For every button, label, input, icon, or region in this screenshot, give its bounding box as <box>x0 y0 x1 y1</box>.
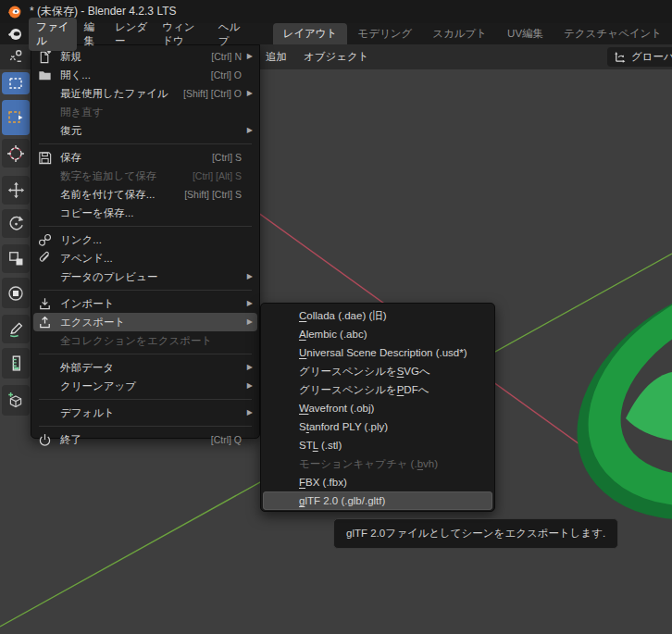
menu-item-label: 保存 <box>60 151 81 165</box>
export-item-Universal Scene Description (.usd*)[interactable]: Universal Scene Description (.usd*) <box>263 343 492 362</box>
icon-spacer <box>37 205 53 221</box>
menu-separator <box>39 354 252 354</box>
file-menu-item-クリーンアップ[interactable]: クリーンアップ▶ <box>33 377 257 395</box>
viewport-menu-追加[interactable]: 追加 <box>266 50 287 64</box>
menu-ファイル[interactable]: ファイル <box>29 18 77 51</box>
tool-move-button[interactable] <box>2 176 30 205</box>
menu-item-label: クリーンアップ <box>60 379 136 393</box>
export-item-Wavefront (.obj)[interactable]: Wavefront (.obj) <box>263 399 492 417</box>
file-menu-item-数字を追加して保存: 数字を追加して保存[Ctrl] [Alt] S <box>33 167 257 185</box>
menu-separator <box>39 226 252 227</box>
export-submenu: Collada (.dae) (旧)Alembic (.abc)Universa… <box>260 303 495 512</box>
icon-spacer <box>37 123 53 139</box>
icon-spacer <box>37 187 53 203</box>
scale-icon <box>7 250 25 267</box>
dashed-box-cursor-icon <box>6 108 25 127</box>
tool-add-cube-button[interactable] <box>2 385 30 416</box>
add-cube-icon <box>6 392 25 410</box>
transform-orientation-dropdown[interactable]: グローバル <box>607 47 672 67</box>
menu-item-label: glTF 2.0 (.glb/.gltf) <box>299 495 385 506</box>
tool-transform-button[interactable] <box>2 278 30 308</box>
top-menu-bar: ファイル編集レンダーウィンドウヘルプ レイアウトモデリングスカルプトUV編集テク… <box>0 23 672 44</box>
submenu-arrow-icon: ▶ <box>242 84 253 103</box>
file-menu-item-リンク...[interactable]: リンク... <box>33 230 257 249</box>
file-menu-item-エクスポート[interactable]: エクスポート▶ <box>33 313 257 331</box>
export-item-グリースペンシルをPDFへ[interactable]: グリースペンシルをPDFへ <box>263 380 492 399</box>
menu-item-label: 開く... <box>60 68 91 82</box>
file-menu-item-インポート[interactable]: インポート▶ <box>33 294 257 313</box>
submenu-arrow-icon: ▶ <box>242 358 253 377</box>
file-menu-item-保存[interactable]: 保存[Ctrl] S <box>33 148 257 167</box>
file-menu-item-コピーを保存...[interactable]: コピーを保存... <box>33 204 257 222</box>
menu-レンダー[interactable]: レンダー <box>107 18 155 51</box>
file-menu-item-開く...[interactable]: 開く...[Ctrl] O <box>33 66 257 84</box>
icon-spacer <box>37 269 53 285</box>
tool-select-box-button[interactable] <box>2 72 30 94</box>
power-icon <box>37 432 53 448</box>
export-item-Alembic (.abc)[interactable]: Alembic (.abc) <box>263 325 492 343</box>
export-item-Stanford PLY (.ply)[interactable]: Stanford PLY (.ply) <box>263 417 492 436</box>
dashed-box-icon <box>7 75 24 92</box>
shortcut-label: [Ctrl] O <box>211 69 242 81</box>
menu-ウィンドウ[interactable]: ウィンドウ <box>155 18 210 51</box>
tooltip-text: glTF 2.0ファイルとしてシーンをエクスポートします. <box>346 528 605 539</box>
workspace-tab-テクスチャペイント[interactable]: テクスチャペイント <box>554 23 672 44</box>
menu-ヘルプ[interactable]: ヘルプ <box>211 18 251 51</box>
menu-separator <box>39 290 252 291</box>
file-menu-item-終了[interactable]: 終了[Ctrl] Q <box>33 430 257 449</box>
export-item-glTF 2.0 (.glb/.gltf)[interactable]: glTF 2.0 (.glb/.gltf) <box>263 491 492 510</box>
menu-item-label: Collada (.dae) (旧) <box>299 309 387 323</box>
link-icon <box>37 232 53 248</box>
export-item-モーションキャプチャ (.bvh): モーションキャプチャ (.bvh) <box>263 454 492 473</box>
menu-item-label: 最近使用したファイル <box>60 87 168 101</box>
menu-item-label: 数字を追加して保存 <box>60 169 156 183</box>
transform-orientation-icon <box>613 50 627 64</box>
blender-window: { "title_bar": { "title": "* (未保存) - Ble… <box>0 0 672 634</box>
menu-item-label: Wavefront (.obj) <box>299 403 374 414</box>
workspace-tab-モデリング[interactable]: モデリング <box>347 23 422 44</box>
viewport-header-menus: 追加オブジェクト <box>266 50 369 64</box>
submenu-arrow-icon: ▶ <box>242 377 253 395</box>
export-item-Collada (.dae) (旧)[interactable]: Collada (.dae) (旧) <box>263 306 492 325</box>
workspace-tab-レイアウト[interactable]: レイアウト <box>273 23 348 44</box>
transform-orientation-label: グローバル <box>631 50 672 64</box>
export-item-グリースペンシルをSVGへ[interactable]: グリースペンシルをSVGへ <box>263 362 492 380</box>
export-item-STL (.stl)[interactable]: STL (.stl) <box>263 436 492 454</box>
icon-spacer <box>37 86 53 102</box>
workspace-tab-UV編集[interactable]: UV編集 <box>497 23 554 44</box>
tool-rotate-button[interactable] <box>2 209 30 238</box>
file-menu-item-データのプレビュー[interactable]: データのプレビュー▶ <box>33 267 257 286</box>
viewport-menu-オブジェクト[interactable]: オブジェクト <box>304 50 369 64</box>
workspace-tab-スカルプト[interactable]: スカルプト <box>422 23 497 44</box>
file-menu-item-全コレクションをエクスポート: 全コレクションをエクスポート <box>33 331 257 350</box>
file-menu-item-デフォルト[interactable]: デフォルト▶ <box>33 404 257 422</box>
tool-cursor-3d-button[interactable] <box>2 139 30 168</box>
submenu-arrow-icon: ▶ <box>242 121 253 140</box>
menu-item-label: グリースペンシルをSVGへ <box>299 365 430 379</box>
file-menu-item-復元[interactable]: 復元▶ <box>33 121 257 140</box>
blender-logo-icon <box>7 5 22 19</box>
menu-item-label: 新規 <box>60 50 81 64</box>
file-new-icon <box>37 49 53 65</box>
tool-measure-button[interactable] <box>2 348 30 379</box>
blender-logo-mono-icon <box>7 26 23 42</box>
menu-編集[interactable]: 編集 <box>77 18 107 51</box>
file-menu-item-外部データ[interactable]: 外部データ▶ <box>33 358 257 377</box>
folder-open-icon <box>37 68 53 83</box>
file-menu-item-名前を付けて保存...[interactable]: 名前を付けて保存...[Shift] [Ctrl] S <box>33 185 257 204</box>
menu-item-label: 外部データ <box>60 361 114 375</box>
menu-separator <box>39 426 252 427</box>
menu-item-label: Universal Scene Description (.usd*) <box>299 347 467 358</box>
file-menu-item-最近使用したファイル[interactable]: 最近使用したファイル[Shift] [Ctrl] O▶ <box>33 84 257 103</box>
measure-icon <box>7 354 25 372</box>
export-item-FBX (.fbx)[interactable]: FBX (.fbx) <box>263 473 492 491</box>
file-menu-item-アペンド...[interactable]: アペンド... <box>33 249 257 267</box>
submenu-arrow-icon: ▶ <box>242 267 253 286</box>
tool-select-box-active-button[interactable] <box>2 100 30 135</box>
menu-separator <box>39 399 252 400</box>
tool-scale-button[interactable] <box>2 244 30 273</box>
menu-item-label: 復元 <box>60 124 81 138</box>
tool-annotate-button[interactable] <box>2 315 30 343</box>
menu-item-label: STL (.stl) <box>299 440 342 451</box>
menu-item-label: グリースペンシルをPDFへ <box>299 383 429 397</box>
